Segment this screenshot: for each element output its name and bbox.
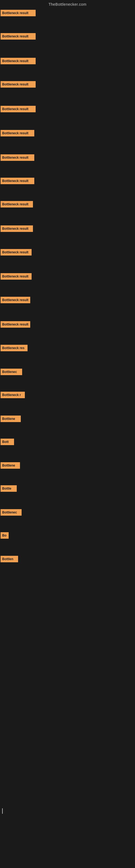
bottleneck-bar-13[interactable]: Bottleneck result <box>1 297 30 303</box>
bottleneck-bar-16[interactable]: Bottlenec <box>1 369 22 375</box>
bottleneck-bar-11[interactable]: Bottleneck result <box>1 249 32 255</box>
bottleneck-bar-23[interactable]: Bo <box>1 532 9 539</box>
bottleneck-bar-9[interactable]: Bottleneck result <box>1 201 33 208</box>
bottleneck-bar-20[interactable]: Bottlene <box>1 462 20 469</box>
bottleneck-bar-18[interactable]: Bottlene <box>1 415 21 422</box>
bottleneck-bar-3[interactable]: Bottleneck result <box>1 58 36 64</box>
bottleneck-bar-14[interactable]: Bottleneck result <box>1 321 30 328</box>
bottleneck-bar-7[interactable]: Bottleneck result <box>1 154 34 161</box>
bottleneck-bar-8[interactable]: Bottleneck result <box>1 178 34 184</box>
bottleneck-bar-2[interactable]: Bottleneck result <box>1 33 36 40</box>
cursor <box>2 808 3 814</box>
bottleneck-bar-12[interactable]: Bottleneck result <box>1 273 32 280</box>
site-title: TheBottlenecker.com <box>0 0 135 10</box>
bottleneck-bar-17[interactable]: Bottleneck r <box>1 392 25 398</box>
bottleneck-bar-22[interactable]: Bottlenec <box>1 509 21 516</box>
bottleneck-bar-10[interactable]: Bottleneck result <box>1 225 33 232</box>
bottleneck-bar-21[interactable]: Bottle <box>1 485 17 492</box>
bottleneck-bar-24[interactable]: Bottlen <box>1 556 18 562</box>
bottleneck-bar-19[interactable]: Bott <box>1 439 14 445</box>
bottleneck-bar-5[interactable]: Bottleneck result <box>1 106 36 112</box>
bottleneck-bar-1[interactable]: Bottleneck result <box>1 10 36 16</box>
bottleneck-bar-4[interactable]: Bottleneck result <box>1 81 36 88</box>
bottleneck-bar-15[interactable]: Bottleneck res <box>1 345 28 351</box>
bottleneck-bar-6[interactable]: Bottleneck result <box>1 130 34 136</box>
